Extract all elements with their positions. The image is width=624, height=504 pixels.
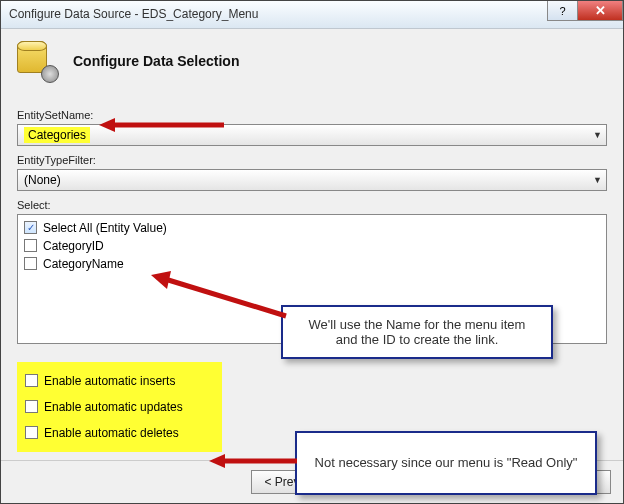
dialog-header: Configure Data Selection: [1, 29, 623, 93]
help-button[interactable]: ?: [547, 1, 577, 21]
checkbox-label: CategoryName: [43, 257, 124, 271]
close-button[interactable]: ✕: [577, 1, 623, 21]
entitytypefilter-label: EntityTypeFilter:: [17, 154, 607, 166]
list-item[interactable]: Enable automatic deletes: [25, 420, 214, 446]
annotation-callout: We'll use the Name for the menu item and…: [281, 305, 553, 359]
checkbox-label: Enable automatic deletes: [44, 426, 179, 440]
checkbox-icon[interactable]: [25, 400, 38, 413]
list-item[interactable]: CategoryName: [24, 255, 600, 273]
page-title: Configure Data Selection: [73, 53, 239, 69]
dialog-window: Configure Data Source - EDS_Category_Men…: [0, 0, 624, 504]
entitysetname-dropdown[interactable]: Categories ▼: [17, 124, 607, 146]
list-item[interactable]: Enable automatic updates: [25, 394, 214, 420]
checkbox-icon[interactable]: [24, 239, 37, 252]
checkbox-label: Select All (Entity Value): [43, 221, 167, 235]
entitysetname-label: EntitySetName:: [17, 109, 607, 121]
select-label: Select:: [17, 199, 607, 211]
auto-options-block: Enable automatic inserts Enable automati…: [17, 362, 222, 452]
list-item[interactable]: CategoryID: [24, 237, 600, 255]
entitysetname-value: Categories: [24, 127, 90, 143]
entitytypefilter-dropdown[interactable]: (None) ▼: [17, 169, 607, 191]
annotation-callout: Not necessary since our menu is "Read On…: [295, 431, 597, 495]
database-icon: [17, 41, 57, 81]
checkbox-label: CategoryID: [43, 239, 104, 253]
checkbox-icon[interactable]: [25, 426, 38, 439]
callout-text: We'll use the Name for the menu item and…: [309, 317, 526, 347]
list-item[interactable]: Select All (Entity Value): [24, 219, 600, 237]
checkbox-label: Enable automatic inserts: [44, 374, 175, 388]
titlebar: Configure Data Source - EDS_Category_Men…: [1, 1, 623, 29]
chevron-down-icon: ▼: [593, 130, 602, 140]
chevron-down-icon: ▼: [593, 175, 602, 185]
checkbox-icon[interactable]: [24, 257, 37, 270]
titlebar-buttons: ? ✕: [547, 1, 623, 21]
entitytypefilter-value: (None): [24, 173, 61, 187]
checkbox-label: Enable automatic updates: [44, 400, 183, 414]
window-title: Configure Data Source - EDS_Category_Men…: [9, 7, 258, 21]
content-area: EntitySetName: Categories ▼ EntityTypeFi…: [1, 93, 623, 460]
list-item[interactable]: Enable automatic inserts: [25, 368, 214, 394]
checkbox-icon[interactable]: [25, 374, 38, 387]
checkbox-icon[interactable]: [24, 221, 37, 234]
callout-text: Not necessary since our menu is "Read On…: [315, 455, 578, 470]
